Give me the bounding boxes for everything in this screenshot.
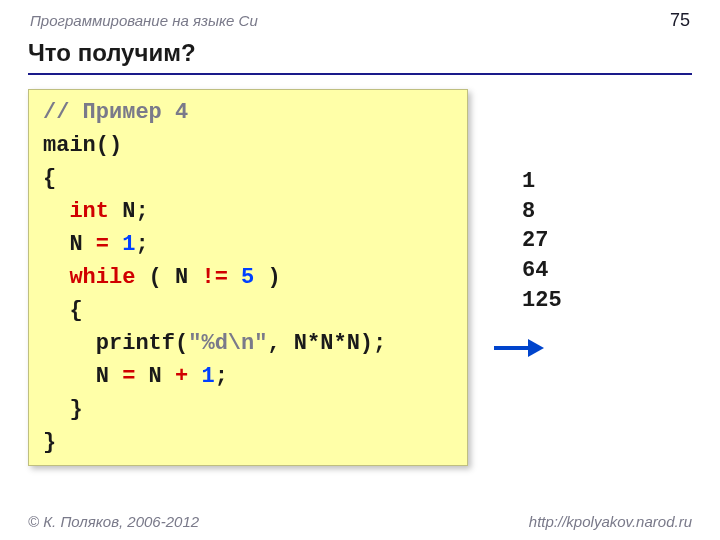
arrow-icon: [492, 337, 544, 363]
header-topic: Программирование на языке Си: [30, 12, 258, 29]
code-line: }: [43, 430, 56, 455]
code-sp: [228, 265, 241, 290]
code-string: "%d\n": [188, 331, 267, 356]
code-text: printf(: [43, 331, 188, 356]
code-sp: [109, 232, 122, 257]
code-op-neq: !=: [201, 265, 227, 290]
footer-url: http://kpolyakov.narod.ru: [529, 513, 692, 530]
program-output: 1 8 27 64 125: [522, 167, 562, 315]
footer: © К. Поляков, 2006-2012 http://kpolyakov…: [28, 513, 692, 530]
code-op-plus: +: [175, 364, 188, 389]
content-area: // Пример 4 main() { int N; N = 1; while…: [28, 89, 692, 466]
footer-copyright: © К. Поляков, 2006-2012: [28, 513, 199, 530]
output-line: 27: [522, 228, 548, 253]
code-num-1: 1: [122, 232, 135, 257]
code-block: // Пример 4 main() { int N; N = 1; while…: [28, 89, 468, 466]
page-number: 75: [670, 10, 690, 31]
code-text: N: [43, 364, 122, 389]
code-op-eq: =: [122, 364, 135, 389]
slide-title: Что получим?: [28, 39, 692, 75]
code-text: ( N: [135, 265, 201, 290]
code-line: {: [43, 298, 83, 323]
code-text: N;: [109, 199, 149, 224]
code-line: main(): [43, 133, 122, 158]
code-semi: ;: [135, 232, 148, 257]
code-line: }: [43, 397, 83, 422]
code-text: N: [43, 232, 96, 257]
code-sp: [188, 364, 201, 389]
output-line: 125: [522, 288, 562, 313]
output-line: 8: [522, 199, 535, 224]
code-num-5: 5: [241, 265, 254, 290]
code-text: , N*N*N);: [267, 331, 386, 356]
code-line: {: [43, 166, 56, 191]
output-line: 1: [522, 169, 535, 194]
svg-marker-1: [528, 339, 544, 357]
code-op-eq: =: [96, 232, 109, 257]
code-keyword-while: while: [69, 265, 135, 290]
code-text: ): [254, 265, 280, 290]
output-line: 64: [522, 258, 548, 283]
code-comment: // Пример 4: [43, 100, 188, 125]
code-num-1b: 1: [201, 364, 214, 389]
header: Программирование на языке Си 75: [28, 10, 692, 31]
output-column: 1 8 27 64 125: [482, 167, 562, 363]
code-keyword-int: int: [69, 199, 109, 224]
code-semi: ;: [215, 364, 228, 389]
slide: Программирование на языке Си 75 Что полу…: [0, 0, 720, 540]
code-text: N: [135, 364, 175, 389]
